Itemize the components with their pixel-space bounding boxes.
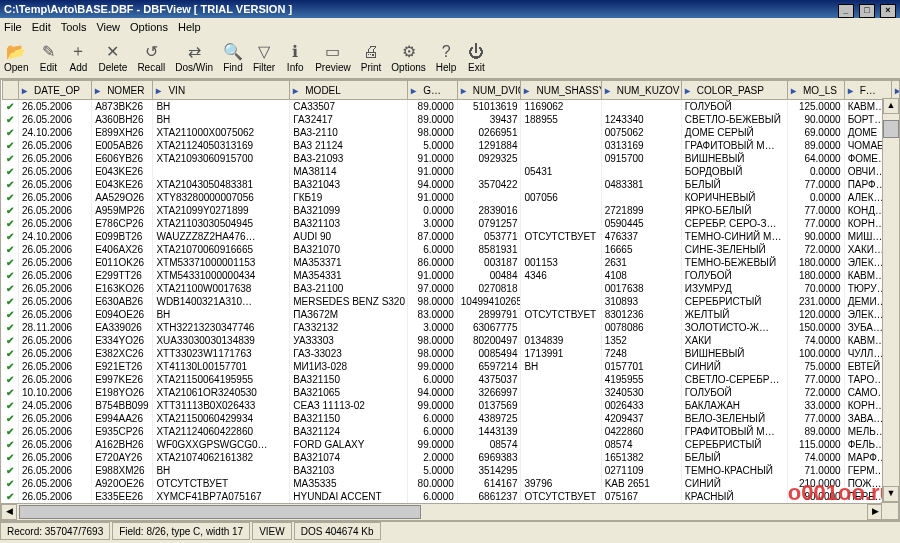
cell[interactable]: СВЕТЛО-БЕЖЕВЫЙ <box>681 113 787 126</box>
cell[interactable] <box>521 152 601 165</box>
cell[interactable]: WF0GXXGPSWGCG0… <box>153 438 290 451</box>
cell[interactable]: 1243340 <box>601 113 681 126</box>
cell[interactable]: СИНИЙ <box>681 477 787 490</box>
cell[interactable]: 26.05.2006 <box>19 165 92 178</box>
cell[interactable]: ОТСУТСТВУЕТ <box>521 230 601 243</box>
data-grid[interactable]: ▸DATE_OP▸NOMER▸VIN▸MODEL▸G…▸NUM_DVIG▸NUM… <box>0 79 900 521</box>
cell[interactable]: 125.0000 <box>788 100 845 114</box>
cell[interactable]: 2899791 <box>457 308 521 321</box>
cell[interactable]: 89.0000 <box>788 139 845 152</box>
cell[interactable] <box>521 204 601 217</box>
col-header[interactable]: ▸NUM_DVIG <box>457 81 521 100</box>
cell[interactable]: 26.05.2006 <box>19 243 92 256</box>
cell[interactable]: 89.0000 <box>408 113 458 126</box>
table-row[interactable]: ✔26.05.2006E921ET26XT41130L00157701МИ1И3… <box>2 360 900 373</box>
cell[interactable]: 6969383 <box>457 451 521 464</box>
cell[interactable]: 180.0000 <box>788 256 845 269</box>
cell[interactable]: XTA21061OR3240530 <box>153 386 290 399</box>
menu-view[interactable]: View <box>96 21 120 33</box>
cell[interactable]: XTA21099Y0271899 <box>153 204 290 217</box>
cell[interactable]: XTA21100W0017638 <box>153 282 290 295</box>
table-row[interactable]: ✔26.05.2006E011OK26XTM53371000001153MA35… <box>2 256 900 269</box>
cell[interactable]: 91.0000 <box>408 165 458 178</box>
cell[interactable]: WAUZZZ8Z2HA476… <box>153 230 290 243</box>
cell[interactable]: E935CP26 <box>92 425 153 438</box>
cell[interactable]: E198YO26 <box>92 386 153 399</box>
cell[interactable]: 0271109 <box>601 464 681 477</box>
cell[interactable]: 0422860 <box>601 425 681 438</box>
cell[interactable]: ГАЗ-33023 <box>290 347 408 360</box>
cell[interactable]: 2839016 <box>457 204 521 217</box>
cell[interactable]: 99.0000 <box>408 399 458 412</box>
cell[interactable] <box>521 139 601 152</box>
table-row[interactable]: ✔26.05.2006E094OE26BHПАЗ672М83.000028997… <box>2 308 900 321</box>
cell[interactable] <box>457 191 521 204</box>
cell[interactable]: ЖЕЛТЫЙ <box>681 308 787 321</box>
table-row[interactable]: ✔26.05.2006AA529O26XTY83280000007056ГКБ1… <box>2 191 900 204</box>
scroll-left-icon[interactable]: ◀ <box>1 504 17 520</box>
cell[interactable]: BA321070 <box>290 243 408 256</box>
cell[interactable]: 3514295 <box>457 464 521 477</box>
cell[interactable]: 3240530 <box>601 386 681 399</box>
tool-open[interactable]: 📂Open <box>4 42 28 73</box>
cell[interactable]: 26.05.2006 <box>19 412 92 425</box>
scroll-thumb[interactable] <box>883 120 899 138</box>
cell[interactable] <box>457 165 521 178</box>
cell[interactable]: 91.0000 <box>408 269 458 282</box>
cell[interactable]: 26.05.2006 <box>19 451 92 464</box>
cell[interactable]: 39796 <box>521 477 601 490</box>
cell[interactable]: 99.0000 <box>408 360 458 373</box>
cell[interactable]: 0791257 <box>457 217 521 230</box>
cell[interactable]: 77.0000 <box>788 178 845 191</box>
cell[interactable]: 26.05.2006 <box>19 347 92 360</box>
cell[interactable]: XTA21150060429934 <box>153 412 290 425</box>
cell[interactable]: XTA21150064195955 <box>153 373 290 386</box>
table-row[interactable]: ✔26.05.2006A959MP26XTA21099Y0271899BA321… <box>2 204 900 217</box>
cell[interactable]: ДОМЕ СЕРЫЙ <box>681 126 787 139</box>
cell[interactable]: 4195955 <box>601 373 681 386</box>
cell[interactable]: E899XH26 <box>92 126 153 139</box>
table-row[interactable]: ✔26.05.2006E382XC26XTT33023W1171763ГАЗ-3… <box>2 347 900 360</box>
cell[interactable]: A360BH26 <box>92 113 153 126</box>
cell[interactable]: BA32103 <box>290 464 408 477</box>
cell[interactable]: БОРДОВЫЙ <box>681 165 787 178</box>
cell[interactable]: BA321124 <box>290 425 408 438</box>
col-header[interactable]: ▸VIN <box>153 81 290 100</box>
cell[interactable]: BH <box>521 360 601 373</box>
cell[interactable]: ИЗУМРУД <box>681 282 787 295</box>
cell[interactable]: СИНИЙ <box>681 360 787 373</box>
cell[interactable]: 0590445 <box>601 217 681 230</box>
cell[interactable]: 180.0000 <box>788 269 845 282</box>
cell[interactable]: 16665 <box>601 243 681 256</box>
cell[interactable]: 476337 <box>601 230 681 243</box>
col-header[interactable]: ▸F… <box>844 81 891 100</box>
cell[interactable]: 6597214 <box>457 360 521 373</box>
cell[interactable]: 26.05.2006 <box>19 464 92 477</box>
table-row[interactable]: ✔26.05.2006E043KE26МАЗ811491.000005431БО… <box>2 165 900 178</box>
cell[interactable]: 24.10.2006 <box>19 230 92 243</box>
cell[interactable] <box>521 373 601 386</box>
cell[interactable]: 26.05.2006 <box>19 334 92 347</box>
cell[interactable]: 5.0000 <box>408 139 458 152</box>
cell[interactable]: BA3-21100 <box>290 282 408 295</box>
cell[interactable]: FORD GALAXY <box>290 438 408 451</box>
cell[interactable] <box>521 282 601 295</box>
cell[interactable]: 26.05.2006 <box>19 438 92 451</box>
cell[interactable]: BA321099 <box>290 204 408 217</box>
cell[interactable]: BA321150 <box>290 373 408 386</box>
cell[interactable]: ГОЛУБОЙ <box>681 386 787 399</box>
cell[interactable]: 26.05.2006 <box>19 269 92 282</box>
cell[interactable]: КРАСНЫЙ <box>681 490 787 503</box>
cell[interactable]: 94.0000 <box>408 178 458 191</box>
cell[interactable]: MERSEDES BENZ S320 <box>290 295 408 308</box>
cell[interactable]: E163KO26 <box>92 282 153 295</box>
cell[interactable]: XT41130L00157701 <box>153 360 290 373</box>
cell[interactable]: 39437 <box>457 113 521 126</box>
menu-help[interactable]: Help <box>178 21 201 33</box>
cell[interactable]: XTY83280000007056 <box>153 191 290 204</box>
cell[interactable]: 24.10.2006 <box>19 126 92 139</box>
col-header[interactable]: ▸COLOR_PASP <box>681 81 787 100</box>
cell[interactable]: E406AX26 <box>92 243 153 256</box>
cell[interactable]: 26.05.2006 <box>19 308 92 321</box>
table-row[interactable]: ✔26.05.2006A873BK26BHCA3350789.000051013… <box>2 100 900 114</box>
